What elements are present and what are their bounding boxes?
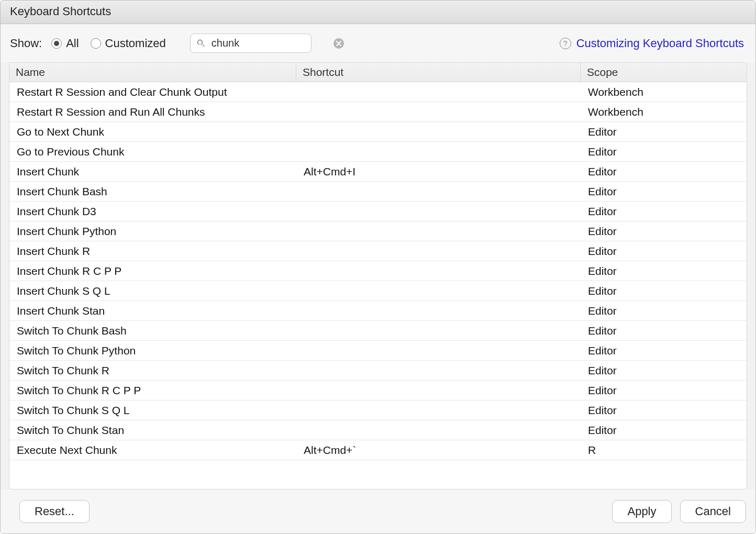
cell-scope: Editor xyxy=(581,341,747,360)
cell-shortcut[interactable] xyxy=(296,407,581,414)
table-row[interactable]: Switch To Chunk REditor xyxy=(9,361,747,381)
table-row[interactable]: Go to Next ChunkEditor xyxy=(9,122,747,142)
close-icon xyxy=(336,41,341,46)
cell-shortcut[interactable]: Alt+Cmd+I xyxy=(296,162,581,181)
cell-shortcut[interactable] xyxy=(296,109,581,115)
cell-scope: Editor xyxy=(581,381,747,400)
table-row[interactable]: Go to Previous ChunkEditor xyxy=(9,142,747,162)
cell-name: Insert Chunk D3 xyxy=(9,202,296,221)
toolbar: Show: All Customized ? Customizing Keybo… xyxy=(1,24,755,62)
cell-scope: R xyxy=(581,441,747,460)
cell-name: Insert Chunk R C P P xyxy=(9,262,296,281)
show-label: Show: xyxy=(10,37,42,50)
table-row[interactable]: Restart R Session and Clear Chunk Output… xyxy=(9,82,747,102)
radio-customized[interactable]: Customized xyxy=(91,37,166,50)
help-link-text: Customizing Keyboard Shortcuts xyxy=(576,37,744,50)
dialog-title: Keyboard Shortcuts xyxy=(1,1,755,24)
cell-shortcut[interactable] xyxy=(296,188,581,195)
cell-scope: Editor xyxy=(581,123,747,141)
cell-name: Insert Chunk R xyxy=(9,242,296,261)
cell-scope: Editor xyxy=(581,182,747,201)
clear-search-button[interactable] xyxy=(333,38,344,49)
cell-scope: Editor xyxy=(581,262,747,281)
table-row[interactable]: Switch To Chunk PythonEditor xyxy=(9,341,747,361)
cell-name: Switch To Chunk S Q L xyxy=(9,401,296,420)
table-row[interactable]: Insert Chunk PythonEditor xyxy=(9,221,747,241)
apply-button[interactable]: Apply xyxy=(612,500,671,523)
radio-customized-label: Customized xyxy=(105,37,166,50)
search-input[interactable] xyxy=(212,36,328,50)
table-row[interactable]: Switch To Chunk BashEditor xyxy=(9,321,747,341)
cell-shortcut[interactable] xyxy=(296,427,581,433)
cell-name: Insert Chunk Python xyxy=(9,222,296,241)
cell-shortcut[interactable] xyxy=(296,268,581,274)
cell-scope: Editor xyxy=(581,321,747,340)
cell-scope: Editor xyxy=(581,202,747,221)
table-row[interactable]: Insert Chunk R C P PEditor xyxy=(9,261,747,281)
cell-shortcut[interactable] xyxy=(296,387,581,394)
cell-name: Go to Previous Chunk xyxy=(9,142,296,161)
cell-scope: Editor xyxy=(581,302,747,320)
shortcuts-table: Name Shortcut Scope Restart R Session an… xyxy=(9,62,747,490)
cell-scope: Editor xyxy=(581,421,747,440)
cell-shortcut[interactable]: Alt+Cmd+` xyxy=(296,441,581,460)
radio-dot-icon xyxy=(91,38,101,49)
cell-scope: Workbench xyxy=(581,83,747,102)
cell-scope: Editor xyxy=(581,361,747,380)
cell-scope: Editor xyxy=(581,242,747,261)
reset-button[interactable]: Reset... xyxy=(19,500,90,523)
table-row[interactable]: Insert Chunk REditor xyxy=(9,241,747,261)
cancel-button[interactable]: Cancel xyxy=(680,500,746,523)
table-row[interactable]: Insert ChunkAlt+Cmd+IEditor xyxy=(9,162,747,182)
cell-scope: Editor xyxy=(581,401,747,420)
cell-name: Insert Chunk Stan xyxy=(9,302,296,320)
table-row[interactable]: Insert Chunk BashEditor xyxy=(9,182,747,202)
table-row[interactable]: Switch To Chunk R C P PEditor xyxy=(9,381,747,400)
radio-all-label: All xyxy=(66,37,79,50)
table-header-row: Name Shortcut Scope xyxy=(9,63,747,82)
cell-shortcut[interactable] xyxy=(296,288,581,294)
cell-name: Switch To Chunk R xyxy=(9,361,296,380)
cell-scope: Editor xyxy=(581,222,747,241)
cell-name: Execute Next Chunk xyxy=(9,441,296,460)
cell-name: Switch To Chunk Python xyxy=(9,341,296,360)
cell-name: Switch To Chunk Stan xyxy=(9,421,296,440)
cell-shortcut[interactable] xyxy=(296,149,581,155)
cell-scope: Editor xyxy=(581,282,747,301)
table-row[interactable]: Switch To Chunk StanEditor xyxy=(9,420,747,440)
cell-shortcut[interactable] xyxy=(296,308,581,314)
column-header-shortcut[interactable]: Shortcut xyxy=(296,63,581,82)
table-row[interactable]: Switch To Chunk S Q LEditor xyxy=(9,400,747,420)
table-row[interactable]: Insert Chunk S Q LEditor xyxy=(9,281,747,301)
table-row[interactable]: Insert Chunk StanEditor xyxy=(9,301,747,321)
cell-name: Go to Next Chunk xyxy=(9,123,296,141)
help-link[interactable]: ? Customizing Keyboard Shortcuts xyxy=(560,37,744,50)
cell-shortcut[interactable] xyxy=(296,89,581,95)
radio-dot-icon xyxy=(51,38,62,49)
table-row[interactable]: Execute Next ChunkAlt+Cmd+`R xyxy=(9,440,747,460)
cell-name: Switch To Chunk R C P P xyxy=(9,381,296,400)
table-row[interactable]: Insert Chunk D3Editor xyxy=(9,202,747,221)
column-header-scope[interactable]: Scope xyxy=(581,63,747,82)
cell-name: Insert Chunk S Q L xyxy=(9,282,296,301)
table-row[interactable]: Restart R Session and Run All ChunksWork… xyxy=(9,102,747,122)
cell-name: Restart R Session and Run All Chunks xyxy=(9,103,296,121)
table-body[interactable]: Restart R Session and Clear Chunk Output… xyxy=(9,82,747,489)
cell-shortcut[interactable] xyxy=(296,228,581,235)
help-icon: ? xyxy=(560,38,571,49)
cell-shortcut[interactable] xyxy=(296,368,581,374)
cell-shortcut[interactable] xyxy=(296,208,581,215)
keyboard-shortcuts-dialog: Keyboard Shortcuts Show: All Customized … xyxy=(0,0,756,534)
cell-name: Switch To Chunk Bash xyxy=(9,321,296,340)
cell-shortcut[interactable] xyxy=(296,348,581,354)
cell-shortcut[interactable] xyxy=(296,248,581,254)
cell-scope: Editor xyxy=(581,162,747,181)
cell-name: Insert Chunk Bash xyxy=(9,182,296,201)
cell-scope: Workbench xyxy=(581,103,747,121)
dialog-footer: Reset... Apply Cancel xyxy=(1,490,755,533)
dialog-title-text: Keyboard Shortcuts xyxy=(10,5,111,18)
cell-shortcut[interactable] xyxy=(296,129,581,135)
radio-all[interactable]: All xyxy=(51,37,79,50)
column-header-name[interactable]: Name xyxy=(9,63,296,82)
cell-shortcut[interactable] xyxy=(296,328,581,334)
